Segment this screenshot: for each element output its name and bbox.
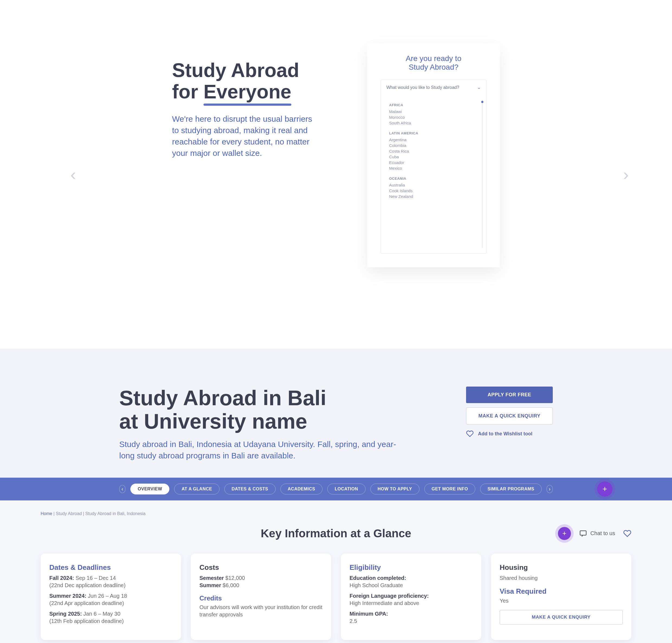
tab-at-a-glance[interactable]: AT A GLANCE [174,484,219,495]
carousel-next-arrow[interactable]: › [623,165,628,184]
breadcrumb: Home | Study Abroad | Study Abroad in Ba… [41,511,631,516]
region-title: OCEANIA [389,177,478,181]
card-eligibility: Eligibility Education completed:High Sch… [341,554,481,640]
dropdown-prompt: What would you like to Study abroad? [387,85,459,90]
chat-link[interactable]: Chat to us [579,530,615,537]
card-enquiry-button[interactable]: MAKE A QUICK ENQUIRY [500,610,623,624]
cost-row: Semester $12,000 [199,574,322,582]
heart-icon-2[interactable] [623,530,631,537]
tab-bar: ‹ OVERVIEWAT A GLANCEDATES & COSTSACADEM… [0,478,672,500]
chat-label: Chat to us [590,530,615,536]
card-dates-title: Dates & Deadlines [49,563,172,572]
glance-section: Home | Study Abroad | Study Abroad in Ba… [0,500,672,643]
program-header-section: Study Abroad in Bali at University name … [0,349,672,500]
card-dates: Dates & Deadlines Fall 2024: Sep 16 – De… [41,554,181,640]
region-group: OCEANIAAustraliaCook IslandsNew Zealand [389,177,478,199]
breadcrumb-home[interactable]: Home [41,511,52,516]
tab-how-to-apply[interactable]: HOW TO APPLY [370,484,419,495]
region-group: AFRICAMalawiMoroccoSouth Africa [389,103,478,126]
tab-dates-costs[interactable]: DATES & COSTS [224,484,276,495]
hero-card: Are you ready to Study Abroad? What woul… [367,44,500,267]
wishlist-label: Add to the Wishlist tool [478,431,533,437]
hero-title-underlined: Everyone [204,81,291,102]
apply-button[interactable]: APPLY FOR FREE [466,387,553,403]
breadcrumb-l3: Study Abroad in Bali, Indonesia [85,511,146,516]
credits-text: Our advisors will work with your institu… [199,604,322,618]
hero-title-line1: Study Abroad [172,59,299,81]
tab-scroll-left[interactable]: ‹ [119,485,125,493]
region-item[interactable]: Argentina [389,137,478,143]
tab-overview[interactable]: OVERVIEW [130,484,169,495]
heart-icon [466,430,474,438]
chat-icon [579,530,587,537]
breadcrumb-l2: Study Abroad [56,511,82,516]
program-title: Study Abroad in Bali at University name [119,387,404,433]
tab-scroll-right[interactable]: › [547,485,553,493]
elig-row: Education completed:High School Graduate [350,574,473,589]
tab-academics[interactable]: ACADEMICS [280,484,322,495]
chevron-down-icon: ⌄ [477,85,481,90]
wishlist-link[interactable]: Add to the Wishlist tool [466,430,553,438]
dropdown-panel: AFRICAMalawiMoroccoSouth AfricaLATIN AME… [381,95,486,253]
region-title: AFRICA [389,103,478,107]
date-row: Fall 2024: Sep 16 – Dec 14(22nd Dec appl… [49,574,172,589]
region-item[interactable]: Mexico [389,165,478,171]
dropdown-toggle[interactable]: What would you like to Study abroad? ⌄ [381,80,486,95]
tab-get-more-info[interactable]: GET MORE INFO [424,484,476,495]
elig-row: Minimum GPA:2.5 [350,610,473,625]
housing-value: Shared housing [500,574,623,582]
hero-title-line2-prefix: for [172,81,204,102]
hero-subtitle: We're here to disrupt the usual barriers… [172,113,318,159]
visa-title: Visa Required [500,587,623,596]
region-item[interactable]: Cuba [389,154,478,160]
visa-value: Yes [500,597,623,605]
tab-location[interactable]: LOCATION [327,484,365,495]
region-item[interactable]: Colombia [389,143,478,148]
destination-dropdown: What would you like to Study abroad? ⌄ A… [381,80,486,254]
glance-title: Key Information at a Glance [261,527,411,540]
region-item[interactable]: South Africa [389,120,478,126]
housing-title: Housing [500,563,623,572]
region-item[interactable]: New Zealand [389,194,478,199]
region-item[interactable]: Malawi [389,109,478,114]
hero-text-block: Study Abroad for Everyone We're here to … [172,60,318,159]
region-item[interactable]: Ecuador [389,160,478,165]
carousel-prev-arrow[interactable]: ‹ [71,165,76,184]
card-costs-title: Costs [199,563,322,572]
scrollbar-thumb[interactable] [481,101,484,103]
svg-rect-0 [580,531,586,535]
card-housing: Housing Shared housing Visa Required Yes… [491,554,631,640]
scrollbar[interactable] [482,100,483,248]
program-title-block: Study Abroad in Bali at University name … [119,387,404,461]
elig-row: Foreign Language proficiency:High Interm… [350,592,473,607]
date-row: Spring 2025: Jan 6 – May 30(12th Feb app… [49,610,172,625]
card-costs: Costs Semester $12,000Summer $6,000 Cred… [191,554,331,640]
hero-card-title: Are you ready to Study Abroad? [381,54,486,72]
region-item[interactable]: Morocco [389,114,478,120]
program-actions: APPLY FOR FREE MAKE A QUICK ENQUIRY Add … [466,387,553,438]
tab-similar-programs[interactable]: SIMILAR PROGRAMS [480,484,541,495]
region-item[interactable]: Cook Islands [389,188,478,194]
card-elig-title: Eligibility [350,563,473,572]
program-subtitle: Study abroad in Bali, Indonesia at Udaya… [119,439,404,461]
hero-title: Study Abroad for Everyone [172,60,318,102]
enquiry-button[interactable]: MAKE A QUICK ENQUIRY [466,408,553,425]
region-group: LATIN AMERICAArgentinaColombiaCosta Rica… [389,131,478,171]
region-item[interactable]: Australia [389,182,478,188]
fab-plus-button[interactable]: + [597,482,612,497]
fab-plus-button-2[interactable]: + [558,527,571,540]
cost-row: Summer $6,000 [199,582,322,589]
region-title: LATIN AMERICA [389,131,478,135]
credits-title: Credits [199,594,322,602]
region-item[interactable]: Costa Rica [389,148,478,154]
hero-section: ‹ › Study Abroad for Everyone We're here… [0,0,672,349]
date-row: Summer 2024: Jun 26 – Aug 18(22nd Apr ap… [49,592,172,607]
